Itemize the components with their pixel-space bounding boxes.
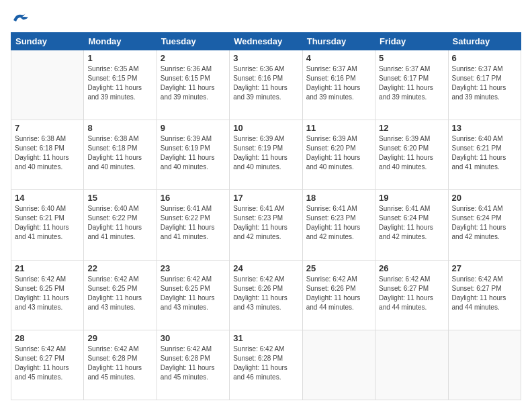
calendar-cell [448, 330, 521, 400]
day-info: Sunrise: 6:42 AM Sunset: 6:26 PM Dayligh… [306, 275, 371, 312]
day-number: 23 [161, 263, 226, 273]
day-info: Sunrise: 6:36 AM Sunset: 6:16 PM Dayligh… [233, 64, 298, 102]
calendar-week-row: 1Sunrise: 6:35 AM Sunset: 6:15 PM Daylig… [11, 50, 521, 120]
calendar-cell: 9Sunrise: 6:39 AM Sunset: 6:19 PM Daylig… [157, 120, 229, 190]
calendar-week-row: 21Sunrise: 6:42 AM Sunset: 6:25 PM Dayli… [11, 260, 521, 330]
calendar-cell: 2Sunrise: 6:36 AM Sunset: 6:15 PM Daylig… [157, 50, 229, 120]
day-number: 13 [452, 123, 517, 133]
day-number: 6 [452, 53, 517, 63]
column-header-wednesday: Wednesday [230, 33, 302, 50]
calendar-cell: 1Sunrise: 6:35 AM Sunset: 6:15 PM Daylig… [84, 50, 157, 120]
calendar-cell [11, 50, 84, 120]
day-number: 20 [452, 193, 517, 203]
calendar-cell: 12Sunrise: 6:39 AM Sunset: 6:20 PM Dayli… [375, 120, 448, 190]
day-number: 24 [233, 263, 298, 273]
day-info: Sunrise: 6:41 AM Sunset: 6:22 PM Dayligh… [161, 204, 226, 242]
calendar-cell: 30Sunrise: 6:42 AM Sunset: 6:28 PM Dayli… [157, 330, 229, 400]
column-header-friday: Friday [375, 33, 448, 50]
calendar-cell: 19Sunrise: 6:41 AM Sunset: 6:24 PM Dayli… [375, 190, 448, 260]
day-number: 11 [306, 123, 371, 133]
logo-bird-icon [11, 11, 30, 26]
day-number: 8 [87, 123, 152, 133]
calendar-cell: 10Sunrise: 6:39 AM Sunset: 6:19 PM Dayli… [230, 120, 302, 190]
calendar-week-row: 14Sunrise: 6:40 AM Sunset: 6:21 PM Dayli… [11, 190, 521, 260]
day-number: 27 [452, 263, 517, 273]
day-number: 31 [233, 333, 298, 343]
calendar-cell: 18Sunrise: 6:41 AM Sunset: 6:23 PM Dayli… [302, 190, 375, 260]
day-number: 18 [306, 193, 371, 203]
calendar-cell: 24Sunrise: 6:42 AM Sunset: 6:26 PM Dayli… [230, 260, 302, 330]
header [11, 11, 521, 26]
column-header-monday: Monday [84, 33, 157, 50]
day-info: Sunrise: 6:39 AM Sunset: 6:19 PM Dayligh… [233, 134, 298, 172]
day-number: 5 [379, 53, 444, 63]
day-number: 14 [15, 193, 80, 203]
day-number: 25 [306, 263, 371, 273]
calendar-cell: 13Sunrise: 6:40 AM Sunset: 6:21 PM Dayli… [448, 120, 521, 190]
calendar-cell: 22Sunrise: 6:42 AM Sunset: 6:25 PM Dayli… [84, 260, 157, 330]
day-info: Sunrise: 6:42 AM Sunset: 6:25 PM Dayligh… [87, 275, 152, 312]
calendar-cell: 8Sunrise: 6:38 AM Sunset: 6:18 PM Daylig… [84, 120, 157, 190]
calendar-cell: 15Sunrise: 6:40 AM Sunset: 6:22 PM Dayli… [84, 190, 157, 260]
day-info: Sunrise: 6:41 AM Sunset: 6:23 PM Dayligh… [306, 204, 371, 242]
day-info: Sunrise: 6:37 AM Sunset: 6:17 PM Dayligh… [452, 64, 517, 102]
logo [11, 11, 32, 26]
day-number: 2 [161, 53, 226, 63]
calendar-cell: 27Sunrise: 6:42 AM Sunset: 6:27 PM Dayli… [448, 260, 521, 330]
calendar-week-row: 28Sunrise: 6:42 AM Sunset: 6:27 PM Dayli… [11, 330, 521, 400]
calendar-cell: 16Sunrise: 6:41 AM Sunset: 6:22 PM Dayli… [157, 190, 229, 260]
day-info: Sunrise: 6:41 AM Sunset: 6:24 PM Dayligh… [379, 204, 444, 242]
day-info: Sunrise: 6:38 AM Sunset: 6:18 PM Dayligh… [15, 134, 80, 172]
day-info: Sunrise: 6:41 AM Sunset: 6:24 PM Dayligh… [452, 204, 517, 242]
calendar-cell: 5Sunrise: 6:37 AM Sunset: 6:17 PM Daylig… [375, 50, 448, 120]
day-number: 30 [161, 333, 226, 343]
day-number: 17 [233, 193, 298, 203]
day-info: Sunrise: 6:35 AM Sunset: 6:15 PM Dayligh… [87, 64, 152, 102]
calendar-header-row: SundayMondayTuesdayWednesdayThursdayFrid… [11, 33, 521, 50]
day-number: 21 [15, 263, 80, 273]
calendar-week-row: 7Sunrise: 6:38 AM Sunset: 6:18 PM Daylig… [11, 120, 521, 190]
calendar-cell [375, 330, 448, 400]
page: SundayMondayTuesdayWednesdayThursdayFrid… [0, 0, 532, 411]
calendar-cell: 21Sunrise: 6:42 AM Sunset: 6:25 PM Dayli… [11, 260, 84, 330]
calendar-cell: 4Sunrise: 6:37 AM Sunset: 6:16 PM Daylig… [302, 50, 375, 120]
calendar-cell: 29Sunrise: 6:42 AM Sunset: 6:28 PM Dayli… [84, 330, 157, 400]
day-info: Sunrise: 6:39 AM Sunset: 6:20 PM Dayligh… [379, 134, 444, 172]
calendar-cell: 14Sunrise: 6:40 AM Sunset: 6:21 PM Dayli… [11, 190, 84, 260]
day-number: 15 [87, 193, 152, 203]
calendar-cell: 20Sunrise: 6:41 AM Sunset: 6:24 PM Dayli… [448, 190, 521, 260]
day-number: 1 [87, 53, 152, 63]
day-info: Sunrise: 6:42 AM Sunset: 6:27 PM Dayligh… [379, 275, 444, 312]
calendar-cell: 25Sunrise: 6:42 AM Sunset: 6:26 PM Dayli… [302, 260, 375, 330]
day-info: Sunrise: 6:37 AM Sunset: 6:17 PM Dayligh… [379, 64, 444, 102]
column-header-saturday: Saturday [448, 33, 521, 50]
day-info: Sunrise: 6:40 AM Sunset: 6:21 PM Dayligh… [452, 134, 517, 172]
calendar-cell: 31Sunrise: 6:42 AM Sunset: 6:28 PM Dayli… [230, 330, 302, 400]
day-info: Sunrise: 6:41 AM Sunset: 6:23 PM Dayligh… [233, 204, 298, 242]
column-header-tuesday: Tuesday [157, 33, 229, 50]
day-info: Sunrise: 6:36 AM Sunset: 6:15 PM Dayligh… [161, 64, 226, 102]
day-info: Sunrise: 6:42 AM Sunset: 6:25 PM Dayligh… [161, 275, 226, 312]
calendar-cell: 6Sunrise: 6:37 AM Sunset: 6:17 PM Daylig… [448, 50, 521, 120]
day-info: Sunrise: 6:42 AM Sunset: 6:25 PM Dayligh… [15, 275, 80, 312]
day-info: Sunrise: 6:42 AM Sunset: 6:28 PM Dayligh… [87, 345, 152, 382]
day-number: 19 [379, 193, 444, 203]
day-number: 4 [306, 53, 371, 63]
calendar-cell [302, 330, 375, 400]
day-info: Sunrise: 6:40 AM Sunset: 6:21 PM Dayligh… [15, 204, 80, 242]
calendar-cell: 26Sunrise: 6:42 AM Sunset: 6:27 PM Dayli… [375, 260, 448, 330]
day-info: Sunrise: 6:39 AM Sunset: 6:19 PM Dayligh… [161, 134, 226, 172]
day-info: Sunrise: 6:42 AM Sunset: 6:28 PM Dayligh… [233, 345, 298, 382]
day-info: Sunrise: 6:38 AM Sunset: 6:18 PM Dayligh… [87, 134, 152, 172]
calendar-cell: 17Sunrise: 6:41 AM Sunset: 6:23 PM Dayli… [230, 190, 302, 260]
day-info: Sunrise: 6:42 AM Sunset: 6:26 PM Dayligh… [233, 275, 298, 312]
day-number: 7 [15, 123, 80, 133]
day-number: 3 [233, 53, 298, 63]
column-header-sunday: Sunday [11, 33, 84, 50]
day-info: Sunrise: 6:39 AM Sunset: 6:20 PM Dayligh… [306, 134, 371, 172]
day-number: 10 [233, 123, 298, 133]
calendar-cell: 3Sunrise: 6:36 AM Sunset: 6:16 PM Daylig… [230, 50, 302, 120]
day-number: 22 [87, 263, 152, 273]
calendar-cell: 11Sunrise: 6:39 AM Sunset: 6:20 PM Dayli… [302, 120, 375, 190]
day-number: 26 [379, 263, 444, 273]
